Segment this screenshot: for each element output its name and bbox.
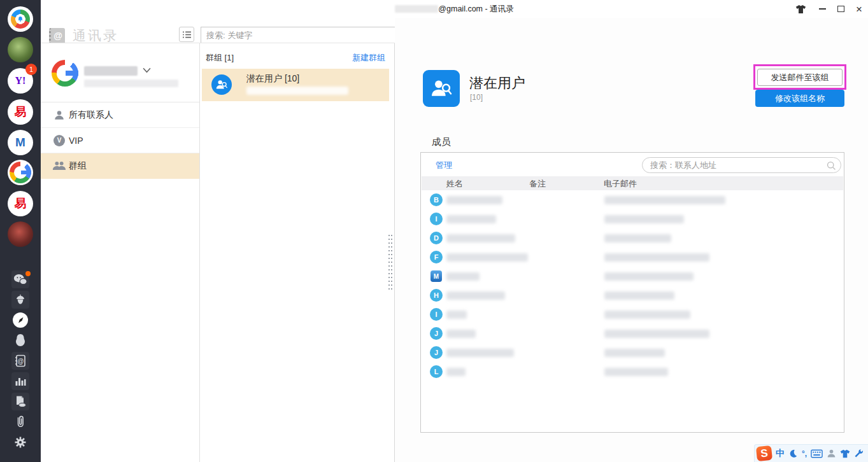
member-avatar: J xyxy=(430,327,443,340)
minimize-button[interactable] xyxy=(816,0,829,18)
netease-account2-icon[interactable]: 易 xyxy=(8,191,33,216)
redacted-member-name xyxy=(446,215,496,223)
sidebar: Y! 1 易 M 易 @ xyxy=(0,0,41,462)
panel-resize-handle[interactable] xyxy=(388,234,393,290)
redacted-member-email xyxy=(604,253,709,262)
redacted-member-email xyxy=(604,291,674,300)
member-search-input[interactable] xyxy=(650,158,822,172)
account-selector[interactable] xyxy=(41,43,199,102)
redacted-account-name xyxy=(84,66,138,76)
group-title: 潜在用户 xyxy=(469,74,525,93)
settings-gear-icon[interactable] xyxy=(11,433,29,451)
table-row[interactable]: I xyxy=(422,209,843,228)
member-avatar: I xyxy=(430,308,443,321)
table-row[interactable]: I xyxy=(422,305,843,324)
table-row[interactable]: B xyxy=(422,190,843,209)
redacted-member-email xyxy=(604,368,668,376)
table-row[interactable]: F xyxy=(422,248,843,267)
chevron-down-icon[interactable] xyxy=(143,67,151,73)
table-header-row: 姓名 备注 电子邮件 xyxy=(422,176,843,190)
members-heading: 成员 xyxy=(432,136,451,148)
mail-m-logo: M xyxy=(15,136,25,150)
member-avatar: I xyxy=(430,213,443,225)
sidebar-item-groups[interactable]: 群组 xyxy=(41,153,199,179)
sidebar-item-label: VIP xyxy=(69,136,83,146)
skin-tshirt-icon[interactable] xyxy=(794,0,807,18)
redacted-member-name xyxy=(446,234,515,242)
wechat-notification-dot xyxy=(25,271,31,276)
google-logo-icon xyxy=(52,60,78,87)
ime-punctuation-icon[interactable]: °, xyxy=(802,449,807,458)
member-avatar: J xyxy=(430,346,443,359)
netease-logo: 易 xyxy=(15,104,27,120)
ime-fullwidth-moon-icon[interactable] xyxy=(788,449,798,458)
redacted-member-name xyxy=(446,196,502,204)
account-avatar-berries[interactable] xyxy=(8,221,33,247)
maximize-button[interactable] xyxy=(834,0,847,18)
app-window: Y! 1 易 M 易 @ xyxy=(0,0,868,462)
table-row[interactable]: D xyxy=(422,228,843,248)
table-row[interactable]: L xyxy=(422,362,843,381)
sogou-logo-icon[interactable]: S xyxy=(756,445,772,461)
ime-wrench-icon[interactable] xyxy=(854,449,864,458)
redacted-member-name xyxy=(446,253,528,262)
sidebar-item-all-contacts[interactable]: 所有联系人 xyxy=(41,102,199,128)
redacted-member-email xyxy=(604,311,690,319)
account-avatar-plant[interactable] xyxy=(8,37,33,62)
ime-skin-tshirt-icon[interactable] xyxy=(840,449,850,458)
yahoo-logo: Y! xyxy=(15,75,26,87)
redacted-member-email xyxy=(604,349,665,357)
redacted-account-email xyxy=(84,80,178,87)
mail-m-account-icon[interactable]: M xyxy=(8,130,33,155)
ime-lang-mode-icon[interactable]: 中 xyxy=(776,448,785,459)
mailmaster-logo-icon[interactable] xyxy=(8,6,33,32)
table-row[interactable]: J xyxy=(422,324,843,343)
redacted-member-name xyxy=(446,330,476,338)
manage-link[interactable]: 管理 xyxy=(436,160,452,171)
bell-icon xyxy=(17,15,24,23)
redacted-member-email xyxy=(604,196,725,204)
group-list-panel: 群组 [1] 新建群组 潜在用户 [10] xyxy=(200,43,395,462)
sidebar-item-label: 群组 xyxy=(69,160,87,172)
titlebar: @gmail.com - 通讯录 × xyxy=(41,0,868,18)
column-header-note: 备注 xyxy=(529,178,546,190)
send-mail-to-group-button[interactable]: 发送邮件至该组 xyxy=(757,69,843,86)
group-member-count: [10] xyxy=(470,93,483,102)
browser-compass-icon[interactable] xyxy=(11,311,29,329)
ime-profile-icon[interactable] xyxy=(827,449,836,458)
members-table-card: 管理 姓名 备注 电子邮件 BIDFMHIJJL xyxy=(420,152,844,433)
new-group-link[interactable]: 新建群组 xyxy=(352,52,385,64)
group-list-item[interactable]: 潜在用户 [10] xyxy=(202,69,389,101)
redacted-member-name xyxy=(446,368,466,376)
vip-icon: V xyxy=(52,135,66,146)
sidebar-item-vip[interactable]: V VIP xyxy=(41,128,199,153)
acorn-icon[interactable] xyxy=(11,291,29,309)
redacted-member-email xyxy=(604,330,709,338)
google-account-icon[interactable] xyxy=(8,160,33,185)
sidebar-item-label: 所有联系人 xyxy=(69,109,113,121)
contacts-book-icon[interactable]: @ xyxy=(11,352,29,370)
netease-account-icon[interactable]: 易 xyxy=(8,99,33,125)
mailmaster-avatar-icon: M xyxy=(430,270,442,282)
redacted-member-name xyxy=(446,311,467,319)
member-avatar: L xyxy=(430,365,443,378)
close-button[interactable]: × xyxy=(853,0,865,18)
table-row[interactable]: J xyxy=(422,343,843,362)
member-search-box[interactable] xyxy=(642,157,841,173)
list-view-button[interactable] xyxy=(179,27,194,42)
person-icon xyxy=(52,109,66,121)
page-title: 通讯录 xyxy=(73,27,118,45)
table-row[interactable]: M xyxy=(422,267,843,286)
qq-penguin-icon[interactable] xyxy=(11,332,29,349)
rename-group-button[interactable]: 修改该组名称 xyxy=(755,90,844,107)
redacted-member-name xyxy=(446,272,480,281)
redacted-member-name xyxy=(446,291,505,300)
document-cloud-icon[interactable] xyxy=(11,393,29,410)
ime-keyboard-icon[interactable] xyxy=(811,449,823,458)
stats-chart-icon[interactable] xyxy=(11,372,29,390)
column-header-name: 姓名 xyxy=(446,178,463,190)
column-header-email: 电子邮件 xyxy=(604,178,637,190)
table-row[interactable]: H xyxy=(422,286,843,305)
member-avatar: B xyxy=(430,193,443,206)
attachment-paperclip-icon[interactable] xyxy=(11,413,29,431)
